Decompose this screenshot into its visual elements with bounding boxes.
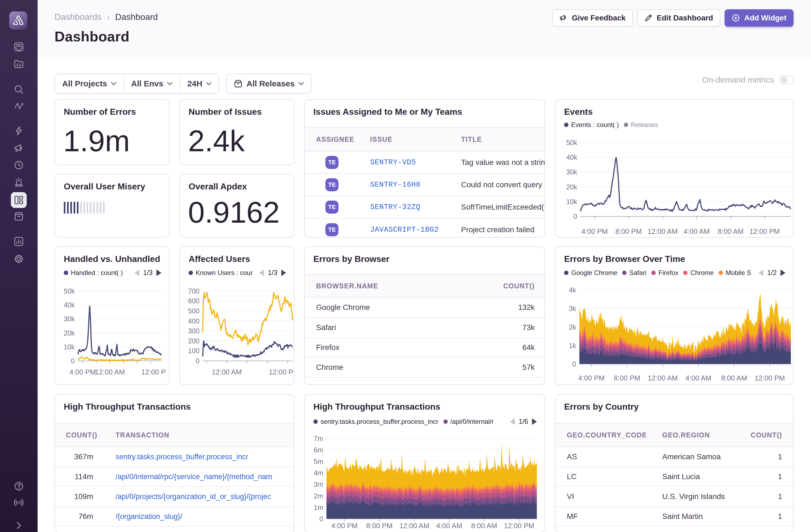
svg-text:20k: 20k	[566, 183, 578, 191]
svg-text:4k: 4k	[569, 286, 576, 294]
svg-text:8:00 AM: 8:00 AM	[471, 522, 497, 530]
svg-text:4:00 PM: 4:00 PM	[581, 227, 608, 235]
svg-text:4:00 AM: 4:00 AM	[684, 227, 709, 235]
svg-text:4:00 PM: 4:00 PM	[70, 368, 96, 376]
svg-text:400: 400	[188, 317, 199, 325]
svg-text:1m: 1m	[313, 504, 323, 511]
svg-text:2k: 2k	[569, 323, 576, 331]
svg-text:8:00 PM: 8:00 PM	[615, 227, 642, 235]
svg-text:12:00 AM: 12:00 AM	[399, 522, 429, 530]
svg-text:12:00 PM: 12:00 PM	[754, 374, 785, 382]
svg-text:4:00 PM: 4:00 PM	[331, 522, 358, 530]
svg-text:200: 200	[188, 337, 199, 345]
svg-text:40k: 40k	[64, 301, 75, 309]
svg-text:10k: 10k	[64, 343, 75, 351]
svg-text:8:00 AM: 8:00 AM	[721, 374, 747, 382]
svg-text:4:00 PM: 4:00 PM	[578, 374, 605, 382]
svg-text:12:00 AM: 12:00 AM	[647, 227, 677, 235]
svg-text:700: 700	[188, 287, 199, 295]
svg-text:600: 600	[188, 297, 199, 305]
svg-text:3k: 3k	[569, 305, 576, 312]
svg-text:1k: 1k	[569, 342, 576, 349]
svg-text:50k: 50k	[566, 139, 578, 146]
svg-text:0: 0	[196, 357, 199, 365]
svg-text:12:00 AM: 12:00 AM	[212, 368, 242, 376]
svg-text:5m: 5m	[313, 458, 323, 465]
svg-text:50k: 50k	[64, 287, 75, 295]
svg-text:2m: 2m	[313, 492, 323, 500]
svg-text:8:00 AM: 8:00 AM	[718, 227, 744, 235]
svg-text:7m: 7m	[313, 435, 323, 442]
svg-text:12:00 P: 12:00 P	[141, 368, 166, 376]
svg-text:12:00 AM: 12:00 AM	[95, 368, 125, 376]
svg-text:12:00 AM: 12:00 AM	[648, 374, 678, 382]
svg-text:0: 0	[572, 360, 576, 368]
svg-text:3m: 3m	[313, 481, 323, 488]
svg-text:8:00 PM: 8:00 PM	[614, 374, 640, 382]
svg-text:100: 100	[188, 347, 199, 354]
svg-text:12:00 PM: 12:00 PM	[749, 227, 780, 235]
svg-text:12:00 P: 12:00 P	[269, 368, 293, 376]
svg-text:20k: 20k	[64, 329, 75, 337]
svg-text:0: 0	[71, 357, 75, 365]
svg-text:10k: 10k	[566, 198, 578, 206]
svg-text:8:00 PM: 8:00 PM	[366, 522, 393, 530]
svg-text:30k: 30k	[64, 315, 75, 323]
svg-text:30k: 30k	[566, 168, 578, 176]
svg-text:4m: 4m	[313, 469, 323, 477]
svg-text:40k: 40k	[566, 153, 578, 161]
svg-text:300: 300	[188, 327, 199, 335]
svg-text:500: 500	[188, 307, 199, 315]
svg-text:0: 0	[319, 515, 323, 523]
svg-text:12:00 PM: 12:00 PM	[504, 522, 534, 530]
svg-text:4:00 AM: 4:00 AM	[436, 522, 462, 530]
svg-text:0: 0	[573, 213, 577, 220]
svg-text:6m: 6m	[313, 446, 323, 454]
svg-text:4:00 AM: 4:00 AM	[685, 374, 711, 382]
